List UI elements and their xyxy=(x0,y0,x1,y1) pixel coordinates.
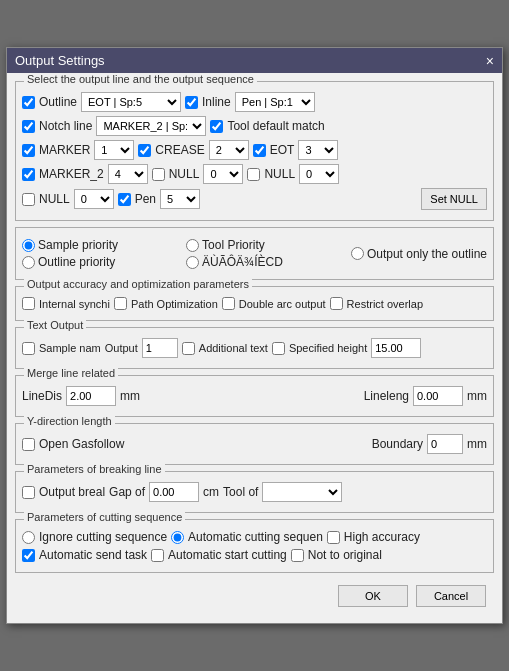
marker-crease-eot-row: MARKER 1 CREASE 2 EOT 3 xyxy=(22,140,487,160)
outline-priority-row: Outline priority xyxy=(22,255,118,269)
pen-checkbox[interactable] xyxy=(118,193,131,206)
linedis-unit: mm xyxy=(120,389,140,403)
lineleng-label: Lineleng xyxy=(364,389,409,403)
tool-select[interactable] xyxy=(262,482,342,502)
sample-priority-radio[interactable] xyxy=(22,239,35,252)
tool-priority-row: Tool Priority xyxy=(186,238,283,252)
notch-select[interactable]: MARKER_2 | Sp:5 xyxy=(96,116,206,136)
null1-select[interactable]: 0 xyxy=(203,164,243,184)
internal-sync-checkbox[interactable] xyxy=(22,297,35,310)
null3-label: NULL xyxy=(39,192,70,206)
auto-seq-radio[interactable] xyxy=(171,531,184,544)
null3-select[interactable]: 0 xyxy=(74,189,114,209)
accuracy-row: Internal synchi Path Optimization Double… xyxy=(22,297,487,310)
path-opt-label: Path Optimization xyxy=(131,298,218,310)
eot-select[interactable]: 3 xyxy=(298,140,338,160)
linedis-label: LineDis xyxy=(22,389,62,403)
text-output-row: Sample nam Output Additional text Specif… xyxy=(22,338,487,358)
eot-checkbox[interactable] xyxy=(253,144,266,157)
cutting-seq-content: Ignore cutting sequence Automatic cuttin… xyxy=(22,530,487,562)
marker2-checkbox[interactable] xyxy=(22,168,35,181)
boundary-label: Boundary xyxy=(372,437,423,451)
tool-label: Tool of xyxy=(223,485,258,499)
not-orig-label: Not to original xyxy=(308,548,382,562)
output-only-radio[interactable] xyxy=(351,247,364,260)
high-acc-label: High accuracy xyxy=(344,530,420,544)
double-arc-label: Double arc output xyxy=(239,298,326,310)
cutting-seq-group: Parameters of cutting sequence Ignore cu… xyxy=(15,519,494,573)
null1-checkbox[interactable] xyxy=(152,168,165,181)
specified-height-input[interactable] xyxy=(371,338,421,358)
ignore-seq-radio[interactable] xyxy=(22,531,35,544)
cutting-seq-row2: Automatic send task Automatic start cutt… xyxy=(22,548,487,562)
additional-text-checkbox[interactable] xyxy=(182,342,195,355)
text-output-content: Sample nam Output Additional text Specif… xyxy=(22,338,487,358)
output-line-title: Select the output line and the output se… xyxy=(24,73,257,85)
auaoa-label: ÄÙÃÔÄ¾ÍÈCD xyxy=(202,255,283,269)
merge-line-group: Merge line related LineDis mm Lineleng m… xyxy=(15,375,494,417)
crease-select[interactable]: 2 xyxy=(209,140,249,160)
outline-select[interactable]: EOT | Sp:5 xyxy=(81,92,181,112)
auaoa-row: ÄÙÃÔÄ¾ÍÈCD xyxy=(186,255,283,269)
ok-button[interactable]: OK xyxy=(338,585,408,607)
output-line-content: Outline EOT | Sp:5 Inline Pen | Sp:1 Not… xyxy=(22,92,487,210)
marker-select[interactable]: 1 xyxy=(94,140,134,160)
accuracy-group: Output accuracy and optimization paramet… xyxy=(15,286,494,321)
lineleng-input[interactable] xyxy=(413,386,463,406)
output-break-checkbox[interactable] xyxy=(22,486,35,499)
specified-height-checkbox[interactable] xyxy=(272,342,285,355)
boundary-unit: mm xyxy=(467,437,487,451)
y-direction-group: Y-direction length Open Gasfollow Bounda… xyxy=(15,423,494,465)
linedis-input[interactable] xyxy=(66,386,116,406)
notch-checkbox[interactable] xyxy=(22,120,35,133)
auaoa-radio[interactable] xyxy=(186,256,199,269)
tool-default-checkbox[interactable] xyxy=(210,120,223,133)
output-break-label: Output breal xyxy=(39,485,105,499)
outline-inline-row: Outline EOT | Sp:5 Inline Pen | Sp:1 xyxy=(22,92,487,112)
auto-send-checkbox[interactable] xyxy=(22,549,35,562)
crease-label: CREASE xyxy=(155,143,204,157)
output-line-group: Select the output line and the output se… xyxy=(15,81,494,221)
high-acc-checkbox[interactable] xyxy=(327,531,340,544)
null2-checkbox[interactable] xyxy=(247,168,260,181)
null2-select[interactable]: 0 xyxy=(299,164,339,184)
outline-checkbox[interactable] xyxy=(22,96,35,109)
outline-label: Outline xyxy=(39,95,77,109)
restrict-checkbox[interactable] xyxy=(330,297,343,310)
gap-label: Gap of xyxy=(109,485,145,499)
inline-select[interactable]: Pen | Sp:1 xyxy=(235,92,315,112)
set-null-button[interactable]: Set NULL xyxy=(421,188,487,210)
pen-select[interactable]: 5 xyxy=(160,189,200,209)
merge-line-content: LineDis mm Lineleng mm xyxy=(22,386,487,406)
output-settings-dialog: Output Settings × Select the output line… xyxy=(6,47,503,624)
close-button[interactable]: × xyxy=(486,54,494,68)
crease-checkbox[interactable] xyxy=(138,144,151,157)
sample-name-checkbox[interactable] xyxy=(22,342,35,355)
double-arc-checkbox[interactable] xyxy=(222,297,235,310)
tool-default-label: Tool default match xyxy=(227,119,324,133)
tool-priority-radio[interactable] xyxy=(186,239,199,252)
open-gas-checkbox[interactable] xyxy=(22,438,35,451)
open-gas-label: Open Gasfollow xyxy=(39,437,124,451)
null3-checkbox[interactable] xyxy=(22,193,35,206)
pen-label: Pen xyxy=(135,192,156,206)
outline-priority-radio[interactable] xyxy=(22,256,35,269)
not-orig-checkbox[interactable] xyxy=(291,549,304,562)
path-opt-checkbox[interactable] xyxy=(114,297,127,310)
auto-start-checkbox[interactable] xyxy=(151,549,164,562)
dialog-body: Select the output line and the output se… xyxy=(7,73,502,623)
notch-label: Notch line xyxy=(39,119,92,133)
marker2-select[interactable]: 4 xyxy=(108,164,148,184)
sample-priority-row: Sample priority xyxy=(22,238,118,252)
cancel-button[interactable]: Cancel xyxy=(416,585,486,607)
inline-label: Inline xyxy=(202,95,231,109)
boundary-input[interactable] xyxy=(427,434,463,454)
sample-name-label: Sample nam xyxy=(39,342,101,354)
accuracy-content: Internal synchi Path Optimization Double… xyxy=(22,297,487,310)
marker-checkbox[interactable] xyxy=(22,144,35,157)
null1-label: NULL xyxy=(169,167,200,181)
gap-input[interactable] xyxy=(149,482,199,502)
output-input[interactable] xyxy=(142,338,178,358)
restrict-label: Restrict overlap xyxy=(347,298,423,310)
inline-checkbox[interactable] xyxy=(185,96,198,109)
